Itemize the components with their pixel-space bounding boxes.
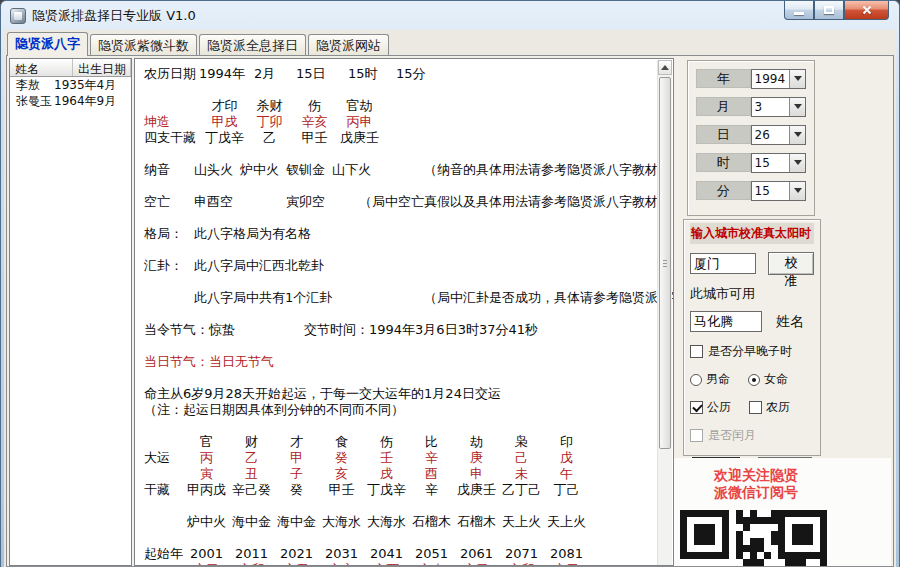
chart-text-segment: 汇卦： — [144, 258, 194, 274]
month-select[interactable]: 3 — [751, 97, 807, 117]
date-row-day: 日26 — [696, 124, 806, 145]
chart-line: 才印杀财伤官劫 — [144, 98, 673, 114]
window-controls — [784, 1, 889, 20]
chart-gap — [144, 418, 673, 434]
minute-value: 15 — [752, 182, 790, 200]
column-header-birth[interactable]: 出生日期 — [73, 59, 131, 76]
tab-bazi[interactable]: 隐贤派八字 — [7, 32, 88, 56]
tab-bar: 隐贤派八字隐贤派紫微斗数隐贤派全息择日隐贤派网站 — [4, 30, 896, 55]
chart-text-segment: 纳音 — [144, 162, 194, 178]
chart-table-cell: 2071 — [499, 546, 544, 562]
chart-text-segment: 15日 — [296, 66, 348, 82]
chart-table-cell: 寅 — [184, 466, 229, 482]
chart-text-segment: 此八字格局为有名格 — [194, 226, 311, 242]
close-icon — [861, 4, 873, 16]
chart-table-cell: 2031 — [319, 546, 364, 562]
chart-text-segment: 格局： — [144, 226, 194, 242]
year-value: 1994 — [752, 70, 790, 88]
chart-table-cell: 庚 — [454, 450, 499, 466]
list-row[interactable]: 李敖1935年4月 — [10, 77, 131, 93]
date-row-month: 月3 — [696, 96, 806, 117]
chart-table-cell: 辛 — [409, 482, 454, 498]
chart-scrollbar[interactable] — [657, 60, 672, 565]
chart-row-label: 起始年 — [144, 546, 184, 562]
list-cell-name: 张曼玉 — [10, 93, 54, 109]
chart-line: 格局：此八字格局为有名格 — [144, 226, 673, 242]
chevron-down-icon — [794, 188, 802, 193]
year-dropdown-button[interactable] — [789, 70, 805, 88]
tab-zeri[interactable]: 隐贤派全息择日 — [199, 34, 306, 55]
chart-table-cell: 辛卯 — [229, 562, 274, 566]
chart-gap — [144, 498, 673, 514]
minute-label: 分 — [696, 181, 751, 200]
chart-table-cell: 乙 — [229, 450, 274, 466]
chevron-down-icon — [794, 76, 802, 81]
solar-calendar-checkbox[interactable] — [690, 401, 703, 414]
chart-table-cell: 辛巳 — [184, 562, 229, 566]
chart-line: 炉中火海中金海中金大海水大海水石榴木石榴木天上火天上火 — [144, 514, 673, 530]
chart-gap — [144, 82, 673, 98]
column-header-name[interactable]: 姓名 — [10, 59, 73, 76]
city-input[interactable] — [690, 253, 756, 274]
day-dropdown-button[interactable] — [789, 126, 805, 144]
tab-website[interactable]: 隐贤派网站 — [308, 34, 389, 55]
chart-table-cell: 才 — [274, 434, 319, 450]
hour-label: 时 — [696, 153, 751, 172]
chart-table-cell: 海中金 — [274, 514, 319, 530]
month-value: 3 — [752, 98, 790, 116]
chart-table-cell: 2051 — [409, 546, 454, 562]
chart-text-segment: 申酉空 — [194, 194, 286, 210]
chart-table-cell: 申 — [454, 466, 499, 482]
chart-table-cell: 天上火 — [499, 514, 544, 530]
chart-table-cell: 丙申 — [337, 114, 382, 130]
chart-text-segment: 此八字局中共有1个汇卦 — [194, 290, 424, 306]
minute-dropdown-button[interactable] — [789, 182, 805, 200]
maximize-button[interactable] — [814, 1, 844, 20]
options-groupbox: 输入城市校准真太阳时 校准 此城市可用 姓名 是否分早晚子时 — [683, 219, 821, 456]
chart-text-segment: 钗钏金 — [286, 162, 332, 178]
date-row-hour: 时15 — [696, 152, 806, 173]
chart-line: 起始年200120112021203120412051206120712081 — [144, 546, 673, 562]
chart-table-cell: 戊庚壬 — [454, 482, 499, 498]
month-dropdown-button[interactable] — [789, 98, 805, 116]
chart-gap — [144, 210, 673, 226]
chart-table-cell: 丁卯 — [247, 114, 292, 130]
day-select[interactable]: 26 — [751, 125, 807, 145]
minimize-button[interactable] — [784, 1, 814, 20]
chart-text-segment: 寅卯空 — [286, 194, 359, 210]
chart-table-cell: 辛丑 — [274, 562, 319, 566]
solar-time-hint: 输入城市校准真太阳时 — [690, 223, 814, 244]
day-value: 26 — [752, 126, 790, 144]
list-row[interactable]: 张曼玉1964年9月 — [10, 93, 131, 109]
lunar-calendar-checkbox[interactable] — [749, 401, 762, 414]
chart-table-cell: 壬 — [364, 450, 409, 466]
chart-row-label: 四支干藏 — [144, 130, 202, 146]
client-area: 隐贤派八字隐贤派紫微斗数隐贤派全息择日隐贤派网站 姓名 出生日期 李敖1935年… — [4, 30, 896, 567]
calibrate-button[interactable]: 校准 — [768, 252, 814, 275]
wechat-footer: 欢迎关注隐贤 派微信订阅号 — [674, 458, 891, 566]
chart-line: 汇卦：此八字局中汇西北乾卦 — [144, 258, 673, 274]
male-radio[interactable] — [690, 374, 702, 386]
scrollbar-thumb[interactable] — [659, 77, 671, 449]
minute-select[interactable]: 15 — [751, 181, 807, 201]
chart-line: 寅丑子亥戌酉申未午 — [144, 466, 673, 482]
hour-dropdown-button[interactable] — [789, 154, 805, 172]
year-select[interactable]: 1994 — [751, 69, 807, 89]
close-button[interactable] — [844, 1, 889, 20]
chart-text-segment: 15分 — [396, 66, 426, 82]
tab-ziwei[interactable]: 隐贤派紫微斗数 — [90, 34, 197, 55]
name-input[interactable] — [690, 311, 762, 332]
chart-table-cell: 比 — [409, 434, 454, 450]
midnight-checkbox[interactable] — [690, 345, 703, 358]
right-panel: 年1994月3日26时15分15 输入城市校准真太阳时 校准 此城市可用 姓名 — [674, 58, 891, 566]
scroll-up-button[interactable] — [658, 60, 672, 75]
chart-table-cell: 戊 — [544, 450, 589, 466]
chart-text-segment: 此八字局中汇西北乾卦 — [194, 258, 324, 274]
chart-gap — [144, 178, 673, 194]
female-radio[interactable] — [748, 374, 760, 386]
chart-table-cell: 2081 — [544, 546, 589, 562]
chart-table-cell: 丁己 — [544, 482, 589, 498]
app-icon — [10, 8, 26, 24]
app-window: 隐贤派排盘择日专业版 V1.0 隐贤派八字隐贤派紫微斗数隐贤派全息择日隐贤派网站… — [0, 0, 900, 567]
hour-select[interactable]: 15 — [751, 153, 807, 173]
